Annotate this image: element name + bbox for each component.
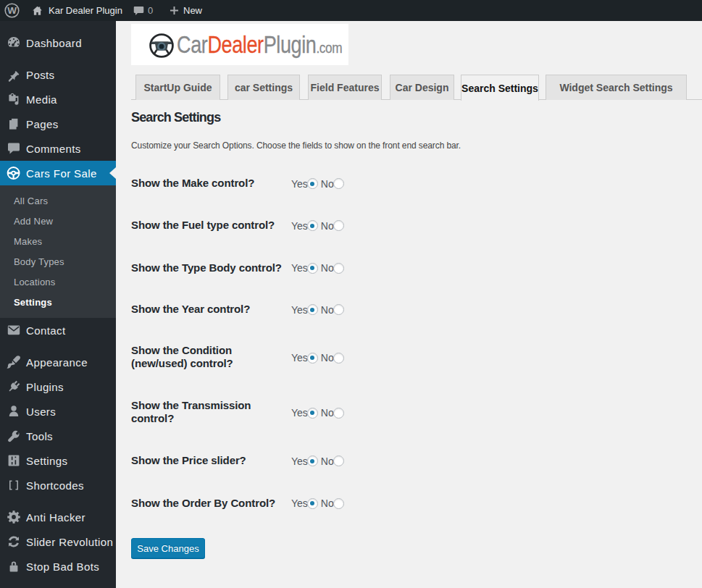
svg-text:W: W (7, 5, 17, 16)
